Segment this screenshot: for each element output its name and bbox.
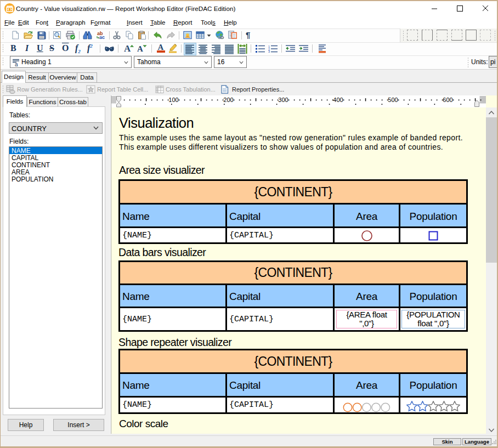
svg-text:500: 500: [388, 97, 398, 103]
svg-text:ac: ac: [99, 35, 105, 39]
svg-text:100: 100: [168, 97, 178, 103]
svg-text:A: A: [158, 43, 164, 52]
svg-text:A: A: [137, 44, 143, 53]
svg-text:600: 600: [443, 97, 452, 103]
svg-text:a: a: [15, 61, 18, 67]
svg-text:400: 400: [333, 97, 343, 103]
svg-text:A: A: [124, 43, 131, 53]
svg-text:3: 3: [268, 50, 270, 53]
svg-text:300: 300: [278, 97, 288, 103]
svg-text:200: 200: [223, 97, 233, 103]
